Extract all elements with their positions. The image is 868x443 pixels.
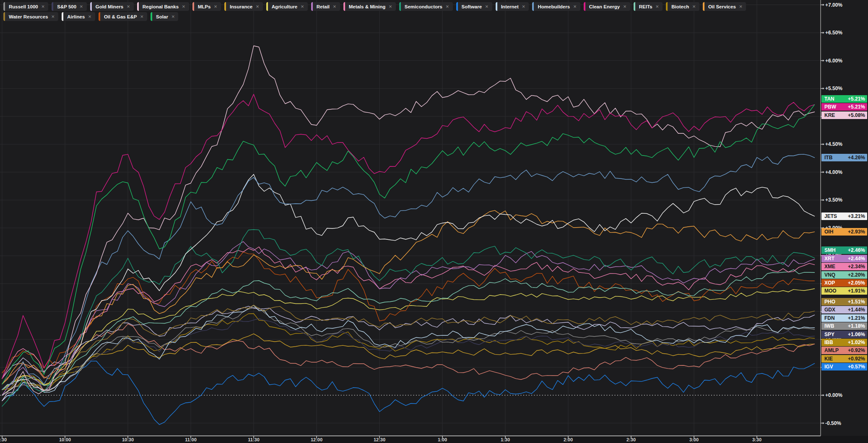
chip-close-icon[interactable]: × bbox=[739, 4, 746, 9]
badge-change: +1.44% bbox=[848, 307, 865, 313]
badge-change: +2.46% bbox=[848, 247, 865, 253]
chip-agriculture[interactable]: Agriculture× bbox=[266, 2, 308, 11]
chip-label: Internet bbox=[497, 4, 522, 9]
badge-change: +2.20% bbox=[848, 272, 865, 278]
ticker-badge-pbw[interactable]: PBW+5.21% bbox=[821, 103, 867, 111]
chip-internet[interactable]: Internet× bbox=[496, 2, 529, 11]
x-axis-label: 3:00 bbox=[689, 437, 699, 442]
chip-oil-services[interactable]: Oil Services× bbox=[703, 2, 746, 11]
chip-clean-energy[interactable]: Clean Energy× bbox=[584, 2, 630, 11]
badge-change: +1.51% bbox=[848, 299, 865, 305]
chip-water-resources[interactable]: Water Resources× bbox=[3, 12, 58, 21]
chip-mlps[interactable]: MLPs× bbox=[192, 2, 221, 11]
badge-change: +1.06% bbox=[848, 332, 865, 337]
ticker-badge-ibb[interactable]: IBB+1.02% bbox=[821, 339, 867, 346]
chip-metals-mining[interactable]: Metals & Mining× bbox=[343, 2, 396, 11]
ticker-badge-itb[interactable]: ITB+4.26% bbox=[821, 154, 867, 161]
chip-close-icon[interactable]: × bbox=[88, 14, 95, 19]
chip-homebuilders[interactable]: Homebuilders× bbox=[532, 2, 580, 11]
chip-label: S&P 500 bbox=[53, 4, 80, 9]
badge-ticker: TAN bbox=[824, 96, 834, 102]
x-axis-label: 1:30 bbox=[501, 437, 510, 442]
chip-close-icon[interactable]: × bbox=[389, 4, 396, 9]
ticker-badge-spy[interactable]: SPY+1.06% bbox=[821, 331, 867, 338]
ticker-badge-smh[interactable]: SMH+2.46% bbox=[821, 246, 867, 254]
y-axis-label: +5.50% bbox=[825, 85, 842, 91]
x-axis-label: 12:30 bbox=[374, 437, 385, 442]
ticker-badge-amlp[interactable]: AMLP+0.92% bbox=[821, 347, 867, 354]
chip-close-icon[interactable]: × bbox=[214, 4, 221, 9]
chip-close-icon[interactable]: × bbox=[52, 14, 59, 19]
chip-label: Agriculture bbox=[268, 4, 301, 9]
ticker-badge-fdn[interactable]: FDN+1.21% bbox=[821, 314, 867, 322]
y-axis-label: +3.50% bbox=[825, 197, 842, 203]
chip-close-icon[interactable]: × bbox=[140, 14, 148, 19]
chip-insurance[interactable]: Insurance× bbox=[224, 2, 263, 11]
chip-s-p-500[interactable]: S&P 500× bbox=[52, 2, 86, 11]
badge-change: +2.05% bbox=[848, 280, 865, 286]
badge-change: +2.44% bbox=[848, 256, 865, 262]
ticker-badge-iwb[interactable]: IWB+1.18% bbox=[821, 322, 867, 330]
chip-biotech[interactable]: Biotech× bbox=[666, 2, 699, 11]
chip-regional-banks[interactable]: Regional Banks× bbox=[137, 2, 189, 11]
badge-change: +0.57% bbox=[848, 364, 865, 370]
chip-close-icon[interactable]: × bbox=[522, 4, 529, 9]
chip-label: Retail bbox=[313, 4, 333, 9]
ticker-badge-kie[interactable]: KIE+0.92% bbox=[821, 355, 867, 363]
ticker-badge-igv[interactable]: IGV+0.57% bbox=[821, 363, 867, 370]
chip-label: Software bbox=[458, 4, 486, 9]
chip-solar[interactable]: Solar× bbox=[151, 12, 178, 21]
badge-ticker: FDN bbox=[824, 315, 835, 321]
badge-change: +5.08% bbox=[848, 112, 865, 118]
chip-close-icon[interactable]: × bbox=[42, 4, 49, 9]
chip-close-icon[interactable]: × bbox=[301, 4, 308, 9]
chip-close-icon[interactable]: × bbox=[80, 4, 87, 9]
chip-label: Semiconductors bbox=[401, 4, 446, 9]
chip-close-icon[interactable]: × bbox=[182, 4, 189, 9]
chip-russell-1000[interactable]: Russell 1000× bbox=[3, 2, 48, 11]
ticker-badge-jets[interactable]: JETS+3.21% bbox=[821, 212, 867, 220]
badge-ticker: OIH bbox=[824, 229, 833, 235]
ticker-badge-pho[interactable]: PHO+1.51% bbox=[821, 298, 867, 306]
badge-ticker: IGV bbox=[824, 364, 833, 370]
chip-close-icon[interactable]: × bbox=[656, 4, 663, 9]
badge-ticker: MOO bbox=[824, 288, 837, 294]
chip-close-icon[interactable]: × bbox=[446, 4, 453, 9]
chip-close-icon[interactable]: × bbox=[623, 4, 630, 9]
ticker-badge-xme[interactable]: XME+2.34% bbox=[821, 263, 867, 270]
ticker-badge-xrt[interactable]: XRT+2.44% bbox=[821, 255, 867, 262]
chip-close-icon[interactable]: × bbox=[172, 14, 179, 19]
chip-close-icon[interactable]: × bbox=[573, 4, 580, 9]
badge-change: +3.21% bbox=[848, 213, 865, 219]
comparison-chart-app: Russell 1000×S&P 500×Gold Miners×Regiona… bbox=[0, 0, 868, 443]
badge-ticker: IWB bbox=[824, 323, 834, 329]
chip-label: Insurance bbox=[226, 4, 256, 9]
chip-semiconductors[interactable]: Semiconductors× bbox=[399, 2, 453, 11]
ticker-badge-moo[interactable]: MOO+1.91% bbox=[821, 287, 867, 295]
chip-close-icon[interactable]: × bbox=[692, 4, 699, 9]
ticker-badge-kre[interactable]: KRE+5.08% bbox=[821, 111, 867, 119]
chart-canvas[interactable] bbox=[0, 0, 868, 443]
badge-ticker: PBW bbox=[824, 104, 836, 110]
x-axis-label: 11:30 bbox=[248, 437, 260, 442]
chip-close-icon[interactable]: × bbox=[485, 4, 492, 9]
chip-close-icon[interactable]: × bbox=[256, 4, 263, 9]
ticker-badge-gdx[interactable]: GDX+1.44% bbox=[821, 306, 867, 313]
badge-change: +2.34% bbox=[848, 264, 865, 269]
chip-oil-gas-e-p[interactable]: Oil & Gas E&P× bbox=[99, 12, 147, 21]
chip-label: MLPs bbox=[194, 4, 214, 9]
ticker-badge-vnq[interactable]: VNQ+2.20% bbox=[821, 271, 867, 279]
ticker-badge-xop[interactable]: XOP+2.05% bbox=[821, 279, 867, 287]
badge-change: +1.91% bbox=[848, 288, 865, 294]
chip-retail[interactable]: Retail× bbox=[311, 2, 340, 11]
chip-airlines[interactable]: Airlines× bbox=[62, 12, 95, 21]
ticker-badge-tan[interactable]: TAN+5.21% bbox=[821, 95, 867, 103]
chip-label: Biotech bbox=[668, 4, 692, 9]
chip-software[interactable]: Software× bbox=[456, 2, 492, 11]
badge-change: +1.18% bbox=[848, 323, 865, 329]
chip-reits[interactable]: REITs× bbox=[634, 2, 663, 11]
chip-close-icon[interactable]: × bbox=[333, 4, 340, 9]
chip-close-icon[interactable]: × bbox=[127, 4, 134, 9]
chip-gold-miners[interactable]: Gold Miners× bbox=[90, 2, 134, 11]
ticker-badge-oih[interactable]: OIH+2.93% bbox=[821, 228, 867, 236]
